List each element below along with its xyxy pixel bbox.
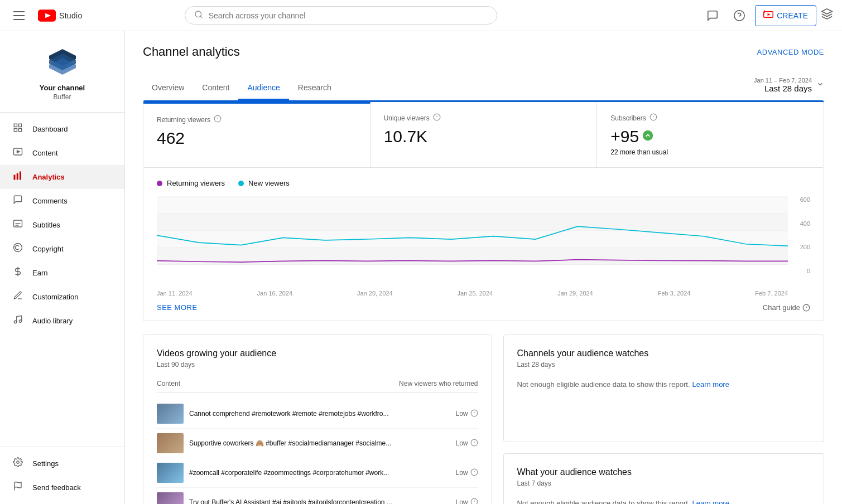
- chart-area: 600 400 200 0: [157, 196, 810, 285]
- create-icon: [763, 9, 773, 22]
- stat-label-unique: Unique viewers: [384, 113, 584, 123]
- video-badge: Low: [455, 468, 478, 478]
- comments-icon: [12, 195, 23, 207]
- info-icon[interactable]: [470, 468, 478, 478]
- yt-studio-logo[interactable]: Studio: [38, 9, 83, 22]
- info-icon[interactable]: [470, 439, 478, 448]
- svg-rect-15: [14, 129, 17, 132]
- table-row[interactable]: Cannot comprehend #remotework #remote #r…: [157, 399, 478, 429]
- tab-audience[interactable]: Audience: [238, 76, 288, 100]
- stat-card-returning[interactable]: Returning viewers 462: [143, 102, 371, 167]
- chevron-down-icon[interactable]: [816, 80, 824, 90]
- info-icon-returning[interactable]: [214, 115, 222, 124]
- videos-section-title: Videos growing your audience: [157, 348, 478, 358]
- stat-value-returning: 462: [157, 129, 357, 148]
- stat-card-subscribers[interactable]: Subscribers +95 22 m: [597, 102, 824, 167]
- channel-info: Your channel Buffer: [0, 36, 124, 113]
- audio-library-icon: [12, 314, 23, 327]
- customization-icon: [12, 290, 23, 303]
- svg-point-29: [17, 461, 20, 464]
- video-thumbnail: [157, 404, 184, 424]
- help-button[interactable]: [728, 4, 750, 27]
- channels-learn-more[interactable]: Learn more: [692, 380, 729, 389]
- svg-marker-7: [768, 13, 771, 16]
- search-icon: [194, 10, 203, 21]
- date-range[interactable]: Jan 11 – Feb 7, 2024 Last 28 days: [754, 72, 824, 100]
- channels-section-title: Channels your audience watches: [517, 348, 811, 358]
- tab-content[interactable]: Content: [193, 76, 238, 100]
- sidebar-item-content[interactable]: Content: [0, 141, 124, 165]
- sidebar-item-audio-library[interactable]: Audio library: [0, 309, 124, 333]
- sidebar-item-dashboard[interactable]: Dashboard: [0, 117, 124, 141]
- sidebar-item-analytics[interactable]: Analytics: [0, 165, 124, 189]
- sidebar-item-comments[interactable]: Comments: [0, 189, 124, 213]
- main-content: Channel analytics ADVANCED MODE Overview…: [125, 31, 842, 504]
- info-icon-subscribers[interactable]: [649, 113, 657, 123]
- video-thumbnail: [157, 492, 184, 504]
- earn-icon: [12, 266, 23, 279]
- page-title: Channel analytics: [143, 45, 240, 59]
- tab-research[interactable]: Research: [289, 76, 340, 100]
- table-row[interactable]: #zoomcall #corporatelife #zoommeetings #…: [157, 458, 478, 488]
- table-row[interactable]: Try out Buffer's AI Assistant #ai #aitoo…: [157, 488, 478, 504]
- hamburger-button[interactable]: [9, 7, 29, 25]
- chart-guide[interactable]: Chart guide: [763, 303, 810, 312]
- stat-sub-subscribers: 22 more than usual: [610, 148, 810, 156]
- tab-overview[interactable]: Overview: [143, 76, 193, 100]
- create-label: CREATE: [777, 11, 808, 20]
- video-title: Try out Buffer's AI Assistant #ai #aitoo…: [189, 498, 450, 504]
- stat-value-subscribers: +95: [610, 127, 810, 146]
- video-thumbnail: [157, 463, 184, 483]
- svg-rect-42: [157, 214, 788, 231]
- sidebar-item-customization[interactable]: Customization: [0, 285, 124, 309]
- videos-section-subtitle: Last 90 days: [157, 361, 478, 369]
- search-bar[interactable]: [185, 6, 497, 25]
- video-title: #zoomcall #corporatelife #zoommeetings #…: [189, 469, 450, 477]
- svg-rect-19: [14, 175, 16, 180]
- chart-x-labels: Jan 11, 2024 Jan 16, 2024 Jan 20, 2024 J…: [157, 290, 810, 297]
- chart-svg: [157, 196, 788, 274]
- table-row[interactable]: Supportive coworkers 🙈 #buffer #socialme…: [157, 429, 478, 458]
- videos-growing-card: Videos growing your audience Last 90 day…: [143, 335, 492, 504]
- messages-button[interactable]: [701, 4, 724, 27]
- svg-rect-16: [19, 129, 22, 132]
- sidebar-item-settings[interactable]: Settings: [0, 452, 124, 476]
- content-icon: [12, 147, 23, 159]
- subtitles-icon: [12, 219, 23, 231]
- svg-rect-20: [17, 173, 18, 180]
- see-more-button[interactable]: SEE MORE: [157, 303, 198, 312]
- sidebar-item-label: Customization: [32, 293, 78, 301]
- info-icon-unique[interactable]: [433, 113, 441, 123]
- stat-card-unique[interactable]: Unique viewers 10.7K: [371, 102, 598, 167]
- top-nav: Studio: [0, 0, 842, 31]
- stats-row: Returning viewers 462 Unique viewers: [143, 100, 824, 168]
- channel-handle: Buffer: [54, 93, 71, 101]
- what-watches-title: What your audience watches: [517, 467, 811, 477]
- svg-point-27: [14, 321, 17, 323]
- info-icon[interactable]: [470, 409, 478, 419]
- svg-marker-9: [822, 9, 832, 14]
- sidebar-bottom: Settings Send feedback: [0, 447, 124, 504]
- info-icon[interactable]: [470, 498, 478, 505]
- date-main: Last 28 days: [754, 84, 812, 93]
- svg-rect-21: [20, 172, 21, 180]
- advanced-mode-button[interactable]: ADVANCED MODE: [757, 48, 824, 56]
- svg-rect-13: [14, 124, 17, 127]
- channels-audience-card: Channels your audience watches Last 28 d…: [503, 335, 825, 442]
- sidebar-item-copyright[interactable]: Copyright: [0, 237, 124, 261]
- sidebar-item-earn[interactable]: Earn: [0, 261, 124, 285]
- bottom-grid: Videos growing your audience Last 90 day…: [143, 335, 824, 504]
- search-input[interactable]: [209, 11, 488, 20]
- sidebar-item-send-feedback[interactable]: Send feedback: [0, 476, 124, 500]
- chart-section: Returning viewers New viewers: [143, 168, 824, 321]
- legend-dot-new: [238, 181, 244, 186]
- what-watches-learn-more[interactable]: Learn more: [692, 499, 729, 504]
- channel-name: Your channel: [40, 84, 85, 92]
- avatar: [46, 45, 79, 78]
- video-thumbnail: [157, 433, 184, 453]
- sidebar-item-label: Earn: [32, 269, 47, 277]
- sidebar-item-subtitles[interactable]: Subtitles: [0, 213, 124, 237]
- create-button[interactable]: CREATE: [755, 5, 816, 26]
- send-feedback-icon: [12, 481, 23, 494]
- layers-icon[interactable]: [821, 8, 833, 23]
